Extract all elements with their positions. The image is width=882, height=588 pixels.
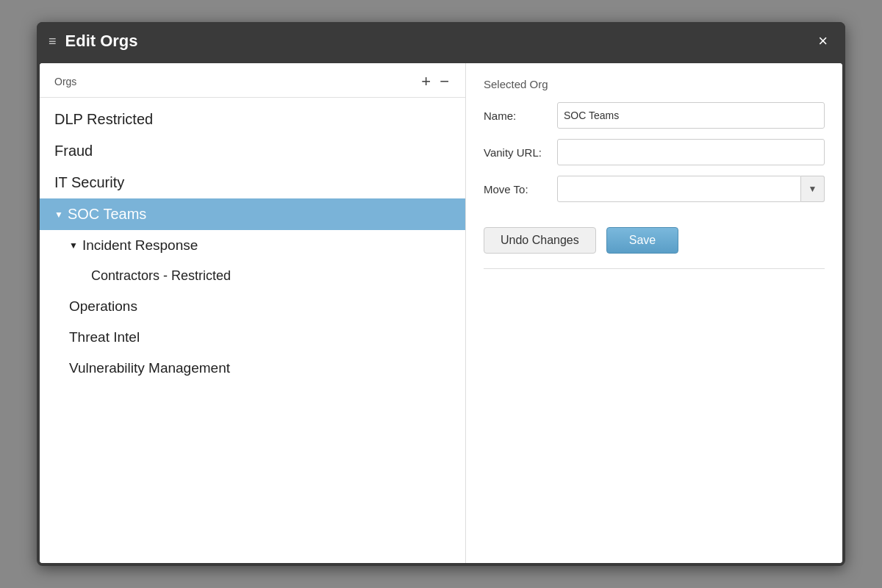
- org-list-item-vulnerability-management[interactable]: Vulnerability Management: [40, 353, 465, 384]
- org-item-label: IT Security: [54, 174, 124, 191]
- org-item-label: Threat Intel: [69, 329, 140, 345]
- org-item-label: Fraud: [54, 143, 93, 159]
- org-list: DLP RestrictedFraudIT Security▼SOC Teams…: [40, 98, 465, 563]
- org-item-label: Operations: [69, 298, 137, 315]
- modal-title: Edit Orgs: [65, 32, 813, 51]
- org-list-item-incident-response[interactable]: ▼Incident Response: [40, 230, 465, 261]
- org-list-item-operations[interactable]: Operations: [40, 291, 465, 322]
- vanity-url-label: Vanity URL:: [484, 146, 557, 159]
- move-to-label: Move To:: [484, 183, 557, 196]
- org-item-label: Vulnerability Management: [69, 360, 230, 376]
- left-panel: Orgs + − DLP RestrictedFraudIT Security▼…: [40, 63, 466, 563]
- org-item-label: SOC Teams: [68, 206, 146, 223]
- selected-org-title: Selected Org: [484, 78, 825, 90]
- actions-row: Undo Changes Save: [484, 227, 825, 254]
- edit-orgs-modal: ≡ Edit Orgs × Orgs + − DLP RestrictedFra…: [37, 22, 845, 566]
- add-org-button[interactable]: +: [417, 74, 435, 90]
- menu-icon[interactable]: ≡: [49, 34, 57, 49]
- undo-changes-button[interactable]: Undo Changes: [484, 227, 596, 254]
- org-item-label: Incident Response: [82, 237, 198, 254]
- vanity-url-row: Vanity URL:: [484, 139, 825, 165]
- left-panel-header: Orgs + −: [40, 63, 465, 98]
- chevron-icon: ▼: [69, 240, 78, 251]
- select-arrow-icon[interactable]: ▼: [801, 176, 825, 202]
- org-list-item-soc-teams[interactable]: ▼SOC Teams: [40, 198, 465, 230]
- right-panel: Selected Org Name: Vanity URL: Move To: …: [466, 63, 842, 563]
- remove-org-button[interactable]: −: [435, 74, 453, 90]
- name-row: Name:: [484, 102, 825, 129]
- move-to-row: Move To: ▼: [484, 176, 825, 202]
- modal-titlebar: ≡ Edit Orgs ×: [37, 22, 845, 60]
- org-list-item-dlp-restricted[interactable]: DLP Restricted: [40, 104, 465, 135]
- orgs-label: Orgs: [54, 76, 417, 87]
- close-button[interactable]: ×: [812, 30, 833, 52]
- org-list-item-contractors-restricted[interactable]: Contractors - Restricted: [40, 261, 465, 291]
- name-label: Name:: [484, 110, 557, 122]
- move-to-select[interactable]: [557, 176, 801, 202]
- move-to-select-wrapper: ▼: [557, 176, 825, 202]
- org-list-item-threat-intel[interactable]: Threat Intel: [40, 322, 465, 353]
- org-item-label: Contractors - Restricted: [91, 268, 231, 284]
- org-list-item-fraud[interactable]: Fraud: [40, 135, 465, 167]
- modal-body: Orgs + − DLP RestrictedFraudIT Security▼…: [40, 63, 842, 563]
- org-list-item-it-security[interactable]: IT Security: [40, 167, 465, 198]
- name-input[interactable]: [557, 102, 825, 129]
- chevron-icon: ▼: [54, 209, 63, 220]
- vanity-url-input[interactable]: [557, 139, 825, 165]
- divider: [484, 268, 825, 269]
- org-item-label: DLP Restricted: [54, 111, 153, 128]
- save-button[interactable]: Save: [606, 227, 678, 254]
